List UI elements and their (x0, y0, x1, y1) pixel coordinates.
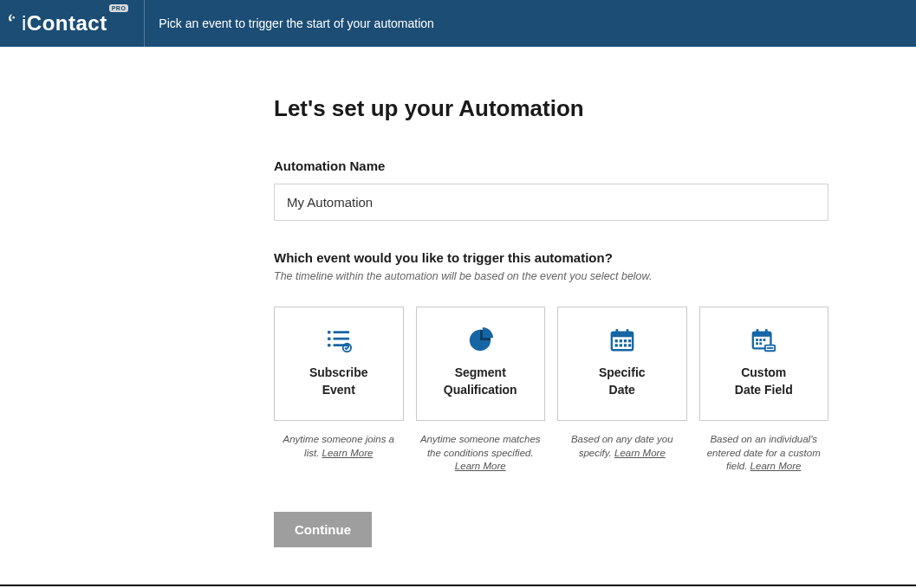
card-desc-subscribe: Anytime someone joins a list. Learn More (274, 433, 404, 460)
learn-more-link[interactable]: Learn More (322, 448, 374, 458)
card-desc-specific-date: Based on any date you specify. Learn Mor… (557, 433, 687, 460)
learn-more-link[interactable]: Learn More (455, 461, 506, 471)
svg-rect-4 (333, 338, 349, 340)
card-title: Subscribe Event (304, 365, 374, 398)
trigger-card-row: Subscribe Event Anytime someone joins a … (274, 307, 828, 474)
card-desc-custom-date: Based on an individual's entered date fo… (699, 433, 829, 474)
automation-name-label: Automation Name (274, 158, 916, 173)
trigger-question: Which event would you like to trigger th… (274, 250, 916, 265)
card-subscribe-event[interactable]: Subscribe Event (274, 307, 404, 421)
svg-point-0 (12, 16, 15, 19)
svg-rect-12 (626, 329, 628, 334)
svg-rect-27 (763, 339, 766, 342)
calendar-icon (607, 328, 637, 352)
list-check-icon (324, 328, 354, 352)
svg-rect-28 (756, 343, 758, 346)
bottom-border (0, 585, 916, 586)
card-segment-qualification[interactable]: Segment Qualification (416, 307, 546, 421)
svg-rect-13 (614, 339, 617, 342)
svg-point-3 (328, 338, 331, 341)
svg-rect-14 (619, 339, 621, 342)
svg-rect-2 (333, 332, 349, 334)
svg-rect-16 (628, 339, 631, 342)
learn-more-link[interactable]: Learn More (750, 461, 802, 471)
trigger-section: Which event would you like to trigger th… (274, 250, 916, 547)
pro-badge: PRO (109, 4, 129, 12)
svg-rect-18 (619, 345, 621, 347)
card-col-segment: Segment Qualification Anytime someone ma… (416, 307, 546, 474)
svg-rect-25 (756, 339, 758, 342)
svg-rect-17 (614, 345, 617, 347)
continue-button[interactable]: Continue (274, 512, 372, 547)
card-col-subscribe: Subscribe Event Anytime someone joins a … (274, 307, 404, 474)
automation-name-input[interactable] (274, 184, 828, 221)
card-title: Specific Date (594, 365, 651, 398)
card-title: Segment Qualification (439, 365, 523, 398)
top-header: iContact PRO Pick an event to trigger th… (0, 0, 916, 47)
svg-rect-23 (757, 329, 759, 334)
card-specific-date[interactable]: Specific Date (557, 307, 687, 421)
svg-rect-22 (753, 333, 771, 337)
svg-rect-24 (765, 329, 768, 334)
svg-rect-10 (612, 333, 633, 338)
svg-rect-19 (624, 345, 627, 347)
calendar-edit-icon (749, 328, 778, 352)
svg-rect-26 (760, 339, 763, 342)
card-title: Custom Date Field (730, 365, 798, 398)
svg-point-5 (328, 344, 331, 347)
svg-rect-20 (628, 345, 631, 347)
header-instruction: Pick an event to trigger the start of yo… (145, 16, 434, 30)
svg-rect-11 (615, 329, 618, 334)
svg-rect-31 (767, 347, 774, 349)
logo-antenna-icon (9, 13, 21, 29)
page-title: Let's set up your Automation (274, 95, 916, 122)
main-content: Let's set up your Automation Automation … (0, 47, 916, 547)
svg-point-1 (328, 331, 331, 334)
learn-more-link[interactable]: Learn More (614, 448, 666, 458)
card-col-custom-date: Custom Date Field Based on an individual… (699, 307, 829, 474)
card-col-specific-date: Specific Date Based on any date you spec… (557, 307, 687, 474)
svg-rect-29 (760, 343, 763, 346)
pie-chart-icon (465, 328, 495, 352)
svg-rect-15 (624, 339, 627, 342)
logo[interactable]: iContact PRO (0, 0, 145, 47)
logo-text: iContact PRO (22, 11, 128, 36)
trigger-subtext: The timeline within the automation will … (274, 270, 916, 282)
card-custom-date-field[interactable]: Custom Date Field (699, 307, 829, 421)
card-desc-segment: Anytime someone matches the conditions s… (416, 433, 546, 474)
